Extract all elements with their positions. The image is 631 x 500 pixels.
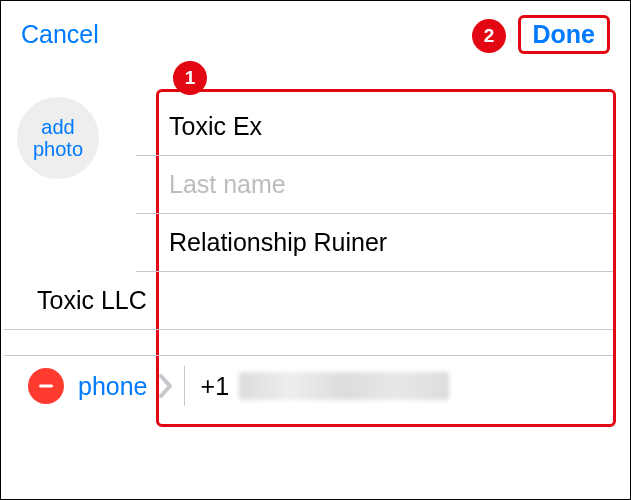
company-field[interactable]: Toxic LLC xyxy=(4,272,613,329)
done-button[interactable]: Done xyxy=(518,15,611,54)
phone-number-redacted xyxy=(239,372,449,400)
add-photo-button[interactable]: add photo xyxy=(17,97,99,179)
callout-badge-2: 2 xyxy=(472,19,506,53)
nickname-field[interactable]: Relationship Ruiner xyxy=(136,214,613,272)
minus-icon xyxy=(37,377,55,395)
add-photo-label-line2: photo xyxy=(33,138,83,160)
chevron-right-icon[interactable] xyxy=(158,373,174,399)
first-name-field[interactable]: Toxic Ex xyxy=(136,98,613,156)
remove-phone-button[interactable] xyxy=(28,368,64,404)
divider xyxy=(184,366,185,406)
phone-row: phone +1 xyxy=(4,356,613,424)
phone-type-button[interactable]: phone xyxy=(78,372,148,401)
svg-rect-0 xyxy=(39,385,53,388)
add-photo-label-line1: add xyxy=(41,116,74,138)
contact-fields-callout-box: Toxic Ex Last name Relationship Ruiner T… xyxy=(156,89,616,427)
phone-number-field[interactable]: +1 xyxy=(201,372,450,401)
header: Cancel Done xyxy=(1,1,630,64)
last-name-field[interactable]: Last name xyxy=(136,156,613,214)
phone-prefix: +1 xyxy=(201,372,230,401)
section-spacer xyxy=(4,330,613,356)
callout-badge-1: 1 xyxy=(173,61,207,95)
cancel-button[interactable]: Cancel xyxy=(21,20,99,49)
